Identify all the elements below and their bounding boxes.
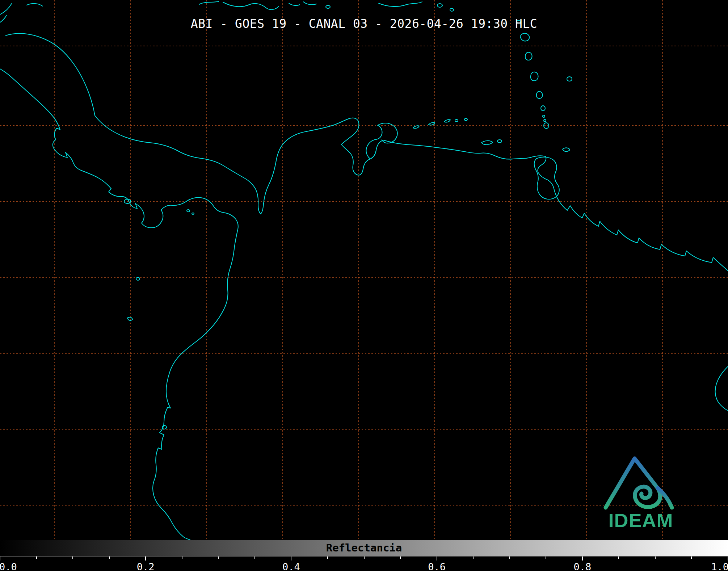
logo-mountain-spiral <box>606 458 660 508</box>
colorbar-minor-tick <box>218 557 219 559</box>
coastline-path <box>525 53 532 60</box>
colorbar-tick-label: 0.6 <box>428 561 446 571</box>
coastline-path <box>413 126 419 128</box>
coastline-path <box>520 33 529 41</box>
colorbar-minor-tick <box>509 557 510 559</box>
colorbar-minor-tick <box>109 557 110 559</box>
satellite-image-viewport: ABI - GOES 19 - CANAL 03 - 2026-04-26 19… <box>0 0 728 571</box>
coastline-path <box>715 366 728 411</box>
colorbar-label: Reflectancia <box>326 542 402 554</box>
colorbar-major-tick <box>145 557 146 560</box>
coastline-path <box>544 119 546 122</box>
coastline-path <box>124 199 131 203</box>
colorbar-tick-label: 1.0 <box>711 561 728 571</box>
coastline-path <box>0 4 12 14</box>
colorbar-minor-tick <box>36 557 37 559</box>
colorbar-minor-tick <box>691 557 692 559</box>
coastline-path <box>464 118 467 121</box>
coastline-path <box>326 5 330 8</box>
coastline-path <box>6 34 383 214</box>
colorbar-minor-tick <box>655 557 656 559</box>
coastline-path <box>187 210 190 212</box>
coastline-path <box>289 3 300 5</box>
colorbar-minor-tick <box>182 557 182 559</box>
coastline-path <box>303 2 316 5</box>
coastline-path <box>563 148 570 151</box>
colorbar-major-tick <box>582 557 583 560</box>
colorbar-minor-tick <box>618 557 619 559</box>
colorbar-major-tick <box>0 557 0 560</box>
coastline-path <box>199 1 219 4</box>
colorbar-major-tick <box>291 557 291 560</box>
image-title: ABI - GOES 19 - CANAL 03 - 2026-04-26 19… <box>0 17 728 31</box>
coastline-path <box>567 77 572 81</box>
colorbar-minor-tick <box>400 557 401 559</box>
coastline-path <box>497 140 502 143</box>
coastline-path <box>444 119 450 122</box>
colorbar-major-tick <box>437 557 437 560</box>
colorbar-minor-tick <box>254 557 255 559</box>
coastline-path <box>531 72 538 81</box>
coastline-path <box>455 119 458 122</box>
coastline-path <box>541 106 545 111</box>
colorbar-minor-tick <box>327 557 328 559</box>
colorbar-minor-tick <box>546 557 546 559</box>
coastline-path <box>481 141 493 145</box>
coastline-path <box>450 8 454 11</box>
colorbar-minor-tick <box>72 557 73 559</box>
colorbar-tick-label: 0.8 <box>573 561 591 571</box>
coastline-path <box>223 2 279 9</box>
colorbar-axis: 0.00.20.40.60.81.0 <box>0 557 728 571</box>
coastline-path <box>437 4 442 7</box>
ideam-wordmark: IDEAM <box>609 511 673 530</box>
coastline-path <box>429 122 435 125</box>
coastline-path <box>379 2 422 7</box>
coastline-path <box>27 4 43 6</box>
coastline-path <box>536 92 543 99</box>
colorbar-minor-tick <box>473 557 474 559</box>
coastline-path <box>127 317 132 320</box>
coastline-path <box>383 140 728 271</box>
colorbar-tick-label: 0.2 <box>137 561 155 571</box>
ideam-logo-glyph <box>602 449 680 511</box>
colorbar-tick-label: 0.0 <box>0 561 17 571</box>
colorbar-minor-tick <box>364 557 365 559</box>
coastline-path <box>543 115 545 117</box>
ideam-logo: IDEAM <box>597 449 685 530</box>
colorbar-tick-label: 0.4 <box>282 561 300 571</box>
coastline-path <box>192 213 194 214</box>
coastline-path <box>0 69 238 540</box>
colorbar: Reflectancia <box>0 540 728 557</box>
